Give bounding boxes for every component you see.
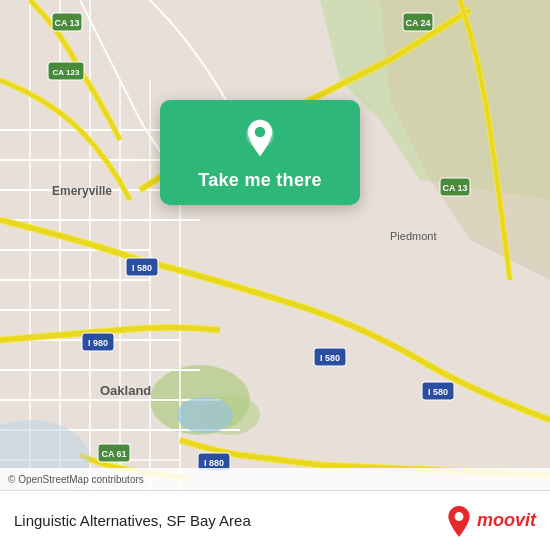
svg-point-51 — [255, 127, 266, 138]
svg-text:I 980: I 980 — [88, 338, 108, 348]
map-svg: CA 13 CA 24 CA 123 CA 24 CA 13 I 580 I 9… — [0, 0, 550, 490]
attribution-bar: © OpenStreetMap contributors — [0, 468, 550, 490]
svg-point-52 — [455, 512, 464, 521]
bottom-bar: Linguistic Alternatives, SF Bay Area moo… — [0, 490, 550, 550]
svg-text:CA 123: CA 123 — [53, 68, 80, 77]
take-me-there-label: Take me there — [198, 170, 322, 191]
moovit-brand-text: moovit — [477, 510, 536, 531]
svg-text:I 580: I 580 — [132, 263, 152, 273]
svg-text:Piedmont: Piedmont — [390, 230, 436, 242]
svg-text:I 880: I 880 — [204, 458, 224, 468]
svg-text:I 580: I 580 — [428, 387, 448, 397]
svg-text:CA 13: CA 13 — [442, 183, 467, 193]
svg-text:Oakland: Oakland — [100, 383, 151, 398]
attribution-text: © OpenStreetMap contributors — [8, 474, 144, 485]
map-container: CA 13 CA 24 CA 123 CA 24 CA 13 I 580 I 9… — [0, 0, 550, 490]
location-text: Linguistic Alternatives, SF Bay Area — [14, 512, 445, 529]
moovit-logo: moovit — [445, 505, 536, 537]
svg-text:Emeryville: Emeryville — [52, 184, 112, 198]
svg-text:CA 24: CA 24 — [405, 18, 430, 28]
svg-text:CA 13: CA 13 — [54, 18, 79, 28]
popup-card[interactable]: Take me there — [160, 100, 360, 205]
svg-text:CA 61: CA 61 — [101, 449, 126, 459]
svg-point-24 — [177, 397, 233, 433]
svg-text:I 580: I 580 — [320, 353, 340, 363]
moovit-pin-icon — [445, 505, 473, 537]
location-pin-icon — [239, 118, 281, 160]
